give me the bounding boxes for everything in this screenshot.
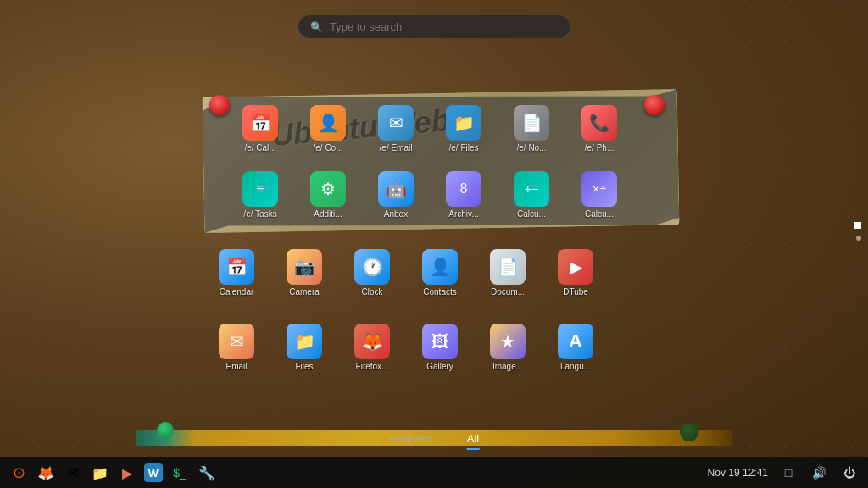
app-docs[interactable]: 📄 Docum... <box>475 246 541 300</box>
tab-frequent[interactable]: Frequent <box>389 432 433 450</box>
app-firefox[interactable]: 🦊 Firefox... <box>339 320 405 374</box>
app-calendar-label: Calendar <box>207 287 266 297</box>
app-archive-label: Archiv... <box>434 209 493 219</box>
app-anbox[interactable]: 🤖 Anbox <box>363 168 429 222</box>
app-contacts-label: /e/ Co... <box>298 143 358 152</box>
app-phone-label: /e/ Ph... <box>570 143 629 152</box>
app-clock[interactable]: 🕐 Clock <box>339 246 405 300</box>
green-dot-right <box>680 423 698 441</box>
app-clock-label: Clock <box>342 287 402 297</box>
app-notes-label: /e/ No... <box>502 143 561 152</box>
taskbar-power-icon[interactable]: ⏻ <box>839 463 860 483</box>
pin-top-left <box>209 95 230 115</box>
app-anbox-label: Anbox <box>366 209 426 219</box>
app-email[interactable]: ✉ /e/ Email <box>363 102 429 156</box>
app-gallery[interactable]: 🖼 Gallery <box>407 320 473 374</box>
note-apps-row1: 📅 /e/ Cal... 👤 /e/ Co... ✉ /e/ Email 📁 /… <box>227 102 632 156</box>
app-image[interactable]: ★ Image... <box>475 320 541 374</box>
taskbar: ⊙ 🦊 ✉ 📁 ▶ W $_ 🔧 Nov 19 12:41 □ 🔊 ⏻ <box>0 458 868 488</box>
main-apps-row2: ✉ Email 📁 Files 🦊 Firefox... 🖼 Gallery ★… <box>203 320 609 374</box>
app-archive[interactable]: 8 Archiv... <box>431 168 497 222</box>
app-image-label: Image... <box>478 362 537 371</box>
taskbar-datetime: Nov 19 12:41 <box>708 467 768 479</box>
app-gallery-label: Gallery <box>410 362 470 371</box>
pin-top-right <box>644 95 665 115</box>
taskbar-firefox-icon[interactable]: 🦊 <box>36 463 56 483</box>
app-dtube[interactable]: ▶ DTube <box>542 246 609 300</box>
tabs-bar: Frequent All <box>389 432 480 450</box>
search-input[interactable] <box>330 20 550 33</box>
main-apps-row1: 📅 Calendar 📷 Camera 🕐 Clock 👤 Contacts 📄… <box>203 246 609 300</box>
taskbar-right: Nov 19 12:41 □ 🔊 ⏻ <box>708 463 860 483</box>
tab-all[interactable]: All <box>467 432 479 450</box>
dot-indicator-1 <box>854 222 861 229</box>
taskbar-screen-icon[interactable]: □ <box>778 463 798 483</box>
app-camera-label: Camera <box>275 287 334 297</box>
taskbar-files-icon[interactable]: 📁 <box>90 463 110 483</box>
search-icon: 🔍 <box>310 21 323 33</box>
note-apps-row2: ≡ /e/ Tasks ⚙ Additi... 🤖 Anbox 8 Archiv… <box>227 168 632 222</box>
taskbar-terminal-icon[interactable]: $_ <box>170 463 190 483</box>
app-files-label: /e/ Files <box>434 143 493 152</box>
app-email2-label: Email <box>207 362 266 371</box>
app-files2[interactable]: 📁 Files <box>271 320 337 374</box>
app-addons[interactable]: ⚙ Additi... <box>295 168 361 222</box>
app-dtube-label: DTube <box>546 287 605 297</box>
taskbar-volume-icon[interactable]: 🔊 <box>809 463 829 483</box>
app-docs-label: Docum... <box>478 287 537 297</box>
app-firefox-label: Firefox... <box>342 362 402 371</box>
app-cal[interactable]: 📅 /e/ Cal... <box>227 102 293 156</box>
app-contacts2[interactable]: 👤 Contacts <box>407 246 473 300</box>
app-contacts2-label: Contacts <box>410 287 470 297</box>
app-calc2-label: Calcu... <box>570 209 629 219</box>
green-dot-left <box>157 422 174 439</box>
app-addons-label: Additi... <box>298 209 358 219</box>
app-files2-label: Files <box>275 362 334 371</box>
taskbar-ubuntu-icon[interactable]: ⊙ <box>8 463 29 483</box>
taskbar-email-icon[interactable]: ✉ <box>63 463 83 483</box>
dot-indicator-2 <box>856 236 861 241</box>
search-bar[interactable]: 🔍 <box>298 15 570 38</box>
app-phone[interactable]: 📞 /e/ Ph... <box>566 102 632 156</box>
app-lang[interactable]: A Langu... <box>542 320 609 374</box>
taskbar-left: ⊙ 🦊 ✉ 📁 ▶ W $_ 🔧 <box>8 463 708 483</box>
desktop: 🔍 Ubuntu Web 📅 /e/ Cal... 👤 /e/ Co... ✉ … <box>0 0 868 488</box>
taskbar-word-icon[interactable]: W <box>144 463 163 482</box>
taskbar-dtube-icon[interactable]: ▶ <box>117 463 137 483</box>
app-calc2[interactable]: ×÷ Calcu... <box>566 168 632 222</box>
taskbar-tools-icon[interactable]: 🔧 <box>197 463 217 483</box>
app-email-label: /e/ Email <box>366 143 426 152</box>
app-calc1-label: Calcu... <box>502 209 561 219</box>
app-files[interactable]: 📁 /e/ Files <box>431 102 497 156</box>
app-cal-label: /e/ Cal... <box>231 143 290 152</box>
app-camera[interactable]: 📷 Camera <box>271 246 337 300</box>
app-lang-label: Langu... <box>546 362 605 371</box>
app-calc1[interactable]: +− Calcu... <box>498 168 565 222</box>
app-tasks-label: /e/ Tasks <box>231 209 290 219</box>
app-email2[interactable]: ✉ Email <box>203 320 270 374</box>
app-notes[interactable]: 📄 /e/ No... <box>498 102 565 156</box>
app-contacts[interactable]: 👤 /e/ Co... <box>295 102 361 156</box>
app-calendar[interactable]: 📅 Calendar <box>203 246 270 300</box>
app-tasks[interactable]: ≡ /e/ Tasks <box>227 168 293 222</box>
